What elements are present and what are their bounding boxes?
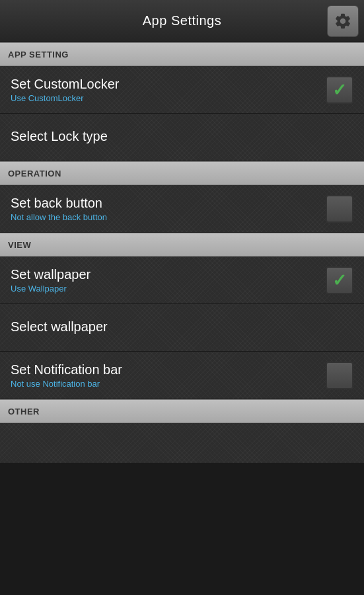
gear-icon <box>334 12 352 30</box>
setting-set-notification-bar-text: Set Notification bar Not use Notificatio… <box>11 362 326 389</box>
header-title: App Settings <box>143 13 221 28</box>
gear-button[interactable] <box>327 5 359 37</box>
setting-select-lock-type-text: Select Lock type <box>11 129 353 145</box>
section-other-label: Other <box>8 407 40 416</box>
setting-set-wallpaper-text: Set wallpaper Use Wallpaper <box>11 267 326 294</box>
setting-set-notification-bar-title: Set Notification bar <box>11 362 326 377</box>
setting-set-back-button[interactable]: Set back button Not allow the back butto… <box>0 185 364 233</box>
setting-set-wallpaper-subtitle: Use Wallpaper <box>11 284 326 294</box>
setting-set-back-button-subtitle: Not allow the back button <box>11 212 326 222</box>
section-operation: Operation <box>0 161 364 185</box>
setting-set-custom-locker-title: Set CustomLocker <box>11 77 326 92</box>
setting-set-back-button-text: Set back button Not allow the back butto… <box>11 196 326 222</box>
setting-select-lock-type-title: Select Lock type <box>11 129 353 144</box>
setting-set-custom-locker-text: Set CustomLocker Use CustomLocker <box>11 77 326 103</box>
setting-select-wallpaper-text: Select wallpaper <box>11 319 353 336</box>
section-view-label: View <box>8 240 31 250</box>
setting-select-wallpaper[interactable]: Select wallpaper <box>0 304 364 352</box>
checkmark-icon: ✓ <box>332 81 347 99</box>
setting-set-custom-locker[interactable]: Set CustomLocker Use CustomLocker ✓ <box>0 66 364 114</box>
section-view: View <box>0 233 364 257</box>
setting-select-lock-type[interactable]: Select Lock type <box>0 114 364 161</box>
set-notification-bar-checkbox[interactable] <box>326 362 353 389</box>
setting-set-notification-bar-subtitle: Not use Notification bar <box>11 379 326 389</box>
bottom-area <box>0 423 364 463</box>
set-custom-locker-checkbox[interactable]: ✓ <box>326 76 353 104</box>
setting-set-wallpaper-title: Set wallpaper <box>11 267 326 282</box>
setting-set-notification-bar[interactable]: Set Notification bar Not use Notificatio… <box>0 352 364 399</box>
app-header: App Settings <box>0 0 364 42</box>
section-other: Other <box>0 399 364 423</box>
section-operation-label: Operation <box>8 169 61 178</box>
setting-set-wallpaper[interactable]: Set wallpaper Use Wallpaper ✓ <box>0 257 364 304</box>
section-app-setting-label: App Setting <box>8 50 69 60</box>
set-back-button-checkbox[interactable] <box>326 195 353 223</box>
setting-set-back-button-title: Set back button <box>11 196 326 211</box>
setting-select-wallpaper-title: Select wallpaper <box>11 319 353 335</box>
set-wallpaper-checkbox[interactable]: ✓ <box>326 266 353 294</box>
wallpaper-checkmark-icon: ✓ <box>332 272 347 289</box>
section-app-setting: App Setting <box>0 42 364 66</box>
setting-set-custom-locker-subtitle: Use CustomLocker <box>11 93 326 103</box>
